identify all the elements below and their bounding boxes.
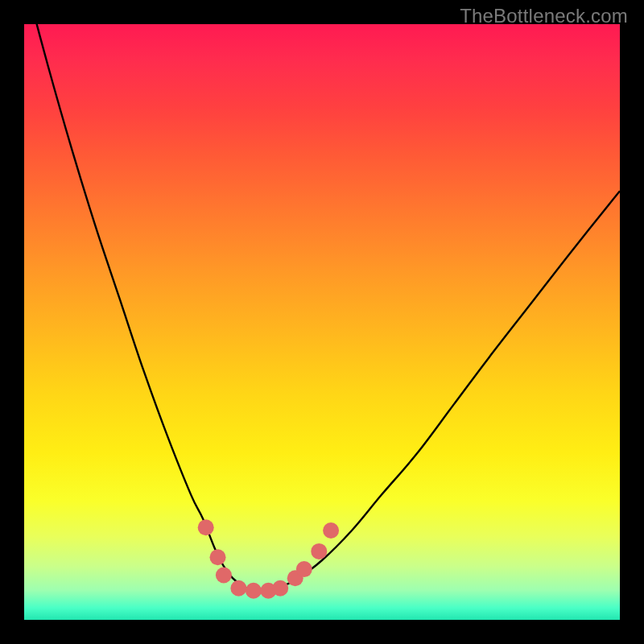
chart-frame: TheBottleneck.com [0,0,644,644]
plot-area [24,24,620,620]
curve-marker-dot [296,561,312,577]
curve-marker-dot [246,583,262,599]
curve-marker-dot [216,568,232,584]
curve-marker-dot [210,549,226,565]
curve-marker-dot [323,522,339,539]
bottleneck-curve [24,0,620,591]
curve-marker-dot [311,543,327,559]
curve-markers [198,519,339,598]
curve-svg [24,24,620,620]
curve-marker-dot [198,519,214,535]
curve-marker-dot [272,580,288,597]
curve-marker-dot [230,580,246,597]
